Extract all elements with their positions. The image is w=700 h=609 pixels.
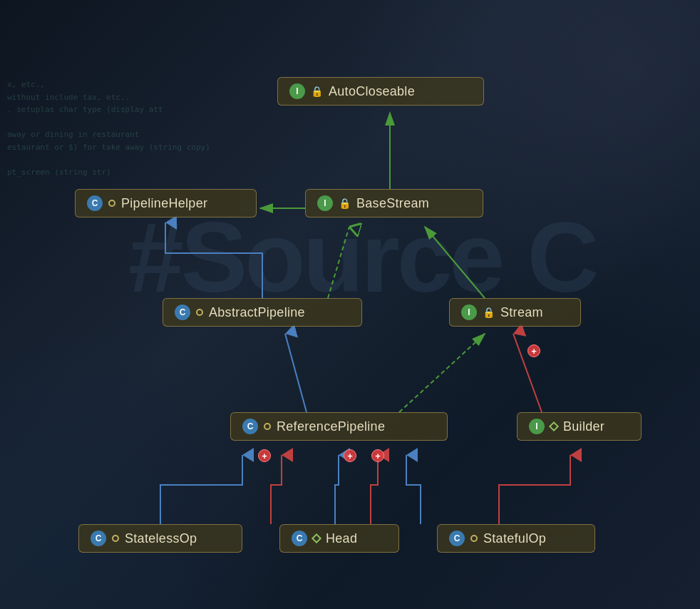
badge-abstractpipeline: C [175, 304, 190, 320]
badge-basestream: I [317, 195, 333, 211]
diagram-container: I 🔒 AutoCloseable I 🔒 BaseStream C Pipel… [0, 0, 700, 609]
label-autocloseable: AutoCloseable [329, 84, 415, 99]
label-abstractpipeline: AbstractPipeline [209, 305, 305, 320]
node-stream: I 🔒 Stream [449, 298, 581, 327]
label-statelessop: StatelessOp [125, 531, 197, 546]
label-statefulop: StatefulOp [483, 531, 546, 546]
circle-icon-statefulop [470, 535, 478, 542]
circle-icon-statelessop [112, 535, 119, 542]
node-builder: I Builder [517, 412, 642, 441]
label-referencepipeline: ReferencePipeline [277, 419, 385, 434]
badge-pipelinehelper: C [87, 195, 103, 211]
lock-icon-basestream: 🔒 [339, 198, 351, 209]
circle-icon-pipelinehelper [108, 200, 115, 207]
node-autocloseable: I 🔒 AutoCloseable [277, 77, 484, 106]
label-builder: Builder [563, 419, 604, 434]
node-pipelinehelper: C PipelineHelper [75, 189, 257, 218]
circle-icon-abstractpipeline [196, 309, 203, 316]
plus-badge-4: + [527, 344, 540, 357]
badge-head: C [292, 531, 307, 546]
node-abstractpipeline: C AbstractPipeline [163, 298, 362, 327]
plus-badge-1: + [258, 449, 271, 462]
circle-icon-referencepipeline [264, 423, 271, 430]
node-statelessop: C StatelessOp [78, 524, 242, 553]
badge-builder: I [529, 419, 545, 434]
diamond-icon-builder [549, 421, 559, 431]
label-basestream: BaseStream [356, 196, 429, 211]
badge-autocloseable: I [289, 83, 305, 99]
label-pipelinehelper: PipelineHelper [121, 196, 207, 211]
node-basestream: I 🔒 BaseStream [305, 189, 483, 218]
plus-badge-2: + [344, 449, 356, 462]
label-stream: Stream [500, 305, 543, 320]
lock-icon-stream: 🔒 [483, 307, 495, 318]
badge-referencepipeline: C [242, 419, 258, 434]
node-referencepipeline: C ReferencePipeline [230, 412, 448, 441]
node-statefulop: C StatefulOp [437, 524, 595, 553]
badge-stream: I [461, 304, 477, 320]
diamond-icon-head [312, 533, 321, 543]
badge-statefulop: C [449, 531, 465, 546]
badge-statelessop: C [91, 531, 106, 546]
plus-badge-3: + [371, 449, 384, 462]
lock-icon-autocloseable: 🔒 [311, 86, 323, 97]
label-head: Head [326, 531, 357, 546]
node-head: C Head [279, 524, 399, 553]
